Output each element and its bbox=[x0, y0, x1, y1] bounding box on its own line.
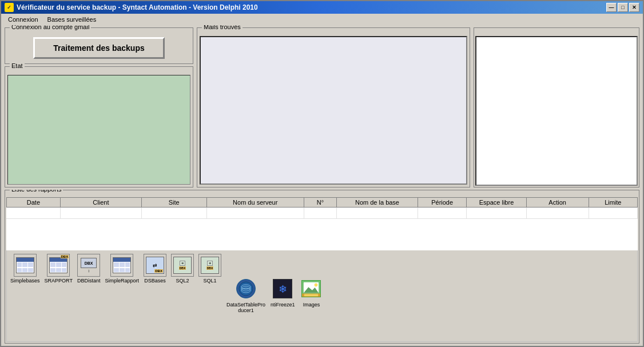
liste-group: Liste des rapports Date Client Site Nom … bbox=[5, 190, 639, 344]
simplerapport-label: SimpleRapport bbox=[105, 278, 139, 284]
etat-display bbox=[7, 75, 190, 185]
sql1-icon: ≡ DBX bbox=[198, 254, 221, 277]
col-serveur: Nom du serveur bbox=[207, 198, 304, 207]
col-base: Nom de la base bbox=[337, 198, 418, 207]
col-client: Client bbox=[61, 198, 142, 207]
col-limite: Limite bbox=[589, 198, 638, 207]
rapport-table: Date Client Site Nom du serveur N° Nom d… bbox=[6, 197, 638, 250]
traitement-button[interactable]: Traitement des backups bbox=[33, 37, 165, 59]
bottom-section: Liste des rapports Date Client Site Nom … bbox=[5, 190, 639, 344]
menu-connexion[interactable]: Connexion bbox=[3, 15, 43, 24]
component-intifreeze[interactable]: ❄ ntiFreeze1 bbox=[271, 277, 295, 308]
close-button[interactable]: ✕ bbox=[629, 3, 639, 12]
component-dbdistant[interactable]: DBX ↕ DBDistant bbox=[77, 254, 101, 284]
sql1-label: SQL1 bbox=[203, 278, 216, 284]
menu-bar: Connexion Bases surveillées bbox=[1, 14, 643, 25]
col-periode: Période bbox=[418, 198, 467, 207]
col-num: N° bbox=[304, 198, 337, 207]
intifreeze-label: ntiFreeze1 bbox=[271, 302, 295, 308]
maximize-button[interactable]: □ bbox=[618, 3, 628, 12]
svg-rect-11 bbox=[304, 294, 318, 296]
sql2-label: SQL2 bbox=[176, 278, 189, 284]
component-sql1[interactable]: ≡ DBX SQL1 bbox=[198, 254, 221, 284]
col-espace: Espace libre bbox=[467, 198, 526, 207]
datasettableproducer-icon bbox=[234, 277, 258, 301]
minimize-button[interactable]: — bbox=[606, 3, 617, 12]
liste-label: Liste des rapports bbox=[10, 190, 63, 193]
connexion-group: Connexion au compte gmail Traitement des… bbox=[5, 27, 193, 64]
datasettableproducer-label: DataSetTableProducer1 bbox=[226, 302, 266, 313]
main-window: ✓ Vérificateur du service backup - Synta… bbox=[0, 0, 644, 347]
col-action: Action bbox=[527, 198, 589, 207]
svg-text:❄: ❄ bbox=[279, 284, 287, 295]
srapport-icon: DBX bbox=[47, 254, 70, 277]
intifreeze-icon: ❄ bbox=[271, 277, 295, 301]
mails-list[interactable] bbox=[200, 36, 467, 185]
content-area: Connexion au compte gmail Traitement des… bbox=[1, 25, 643, 346]
simplerapport-icon bbox=[110, 254, 133, 277]
preview-group bbox=[474, 27, 639, 188]
component-dsbases[interactable]: ⇄ DBX DSBases bbox=[144, 254, 166, 284]
title-bar: ✓ Vérificateur du service backup - Synta… bbox=[1, 1, 643, 14]
simplebases-label: Simplebases bbox=[10, 278, 40, 284]
mails-label: Mails trouvés bbox=[202, 25, 243, 30]
dsbases-icon: ⇄ DBX bbox=[144, 254, 166, 277]
component-simplerapport[interactable]: SimpleRapport bbox=[105, 254, 139, 284]
component-images[interactable]: Images bbox=[299, 277, 323, 308]
sql2-icon: ≡ DBX bbox=[171, 254, 194, 277]
dbdistant-icon: DBX ↕ bbox=[77, 254, 100, 277]
simplebases-icon bbox=[14, 254, 37, 277]
dbdistant-label: DBDistant bbox=[77, 278, 101, 284]
images-icon bbox=[299, 277, 323, 301]
app-icon: ✓ bbox=[5, 3, 14, 12]
table-header: Date Client Site Nom du serveur N° Nom d… bbox=[6, 197, 638, 208]
dsbases-label: DSBases bbox=[144, 278, 166, 284]
table-body[interactable] bbox=[6, 208, 638, 250]
images-label: Images bbox=[303, 302, 320, 308]
table-row bbox=[6, 208, 638, 219]
component-simplebases[interactable]: Simplebases bbox=[10, 254, 40, 284]
left-panel: Connexion au compte gmail Traitement des… bbox=[5, 27, 193, 188]
title-bar-controls: — □ ✕ bbox=[606, 3, 639, 12]
etat-label: Etat bbox=[10, 62, 25, 69]
top-section: Connexion au compte gmail Traitement des… bbox=[5, 27, 639, 188]
components-area: Simplebases DBX SRAPPORT bbox=[6, 250, 638, 342]
component-srapport[interactable]: DBX SRAPPORT bbox=[45, 254, 73, 284]
col-site: Site bbox=[142, 198, 207, 207]
srapport-label: SRAPPORT bbox=[45, 278, 73, 284]
svg-point-9 bbox=[315, 284, 318, 287]
component-sql2[interactable]: ≡ DBX SQL2 bbox=[171, 254, 194, 284]
component-datasettableproducer[interactable]: DataSetTableProducer1 bbox=[226, 277, 266, 313]
col-date: Date bbox=[6, 198, 61, 207]
menu-bases[interactable]: Bases surveillées bbox=[43, 15, 101, 24]
mails-group: Mails trouvés bbox=[197, 27, 470, 188]
preview-content bbox=[475, 36, 638, 186]
right-section: Mails trouvés bbox=[197, 27, 639, 188]
title-bar-left: ✓ Vérificateur du service backup - Synta… bbox=[5, 3, 258, 12]
etat-group: Etat bbox=[5, 66, 193, 188]
window-title: Vérificateur du service backup - Syntact… bbox=[17, 3, 258, 11]
connexion-group-label: Connexion au compte gmail bbox=[10, 25, 91, 30]
